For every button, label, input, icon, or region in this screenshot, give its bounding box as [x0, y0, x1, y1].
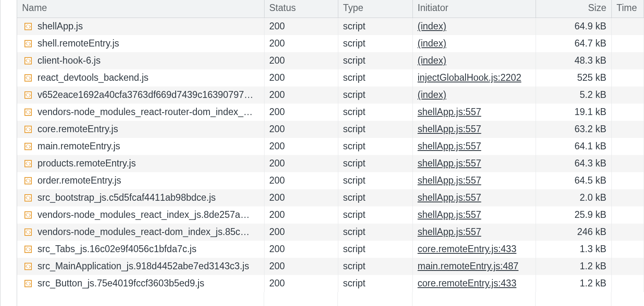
- cell-status: 200: [264, 189, 338, 206]
- column-header-status[interactable]: Status: [264, 0, 338, 18]
- table-row[interactable]: vendors-node_modules_react-router-dom_in…: [17, 104, 644, 121]
- column-header-type[interactable]: Type: [338, 0, 412, 18]
- cell-name[interactable]: core.remoteEntry.js: [17, 121, 264, 138]
- cell-time: [611, 258, 644, 275]
- cell-name[interactable]: src_Tabs_js.16c02e9f4056c1bfda7c.js: [17, 241, 264, 258]
- initiator-link[interactable]: (index): [418, 89, 446, 100]
- column-header-name[interactable]: Name: [17, 0, 264, 18]
- cell-time: [611, 35, 644, 52]
- cell-status: 200: [264, 86, 338, 104]
- table-row[interactable]: src_bootstrap_js.c5d5fcaf4411ab98bdce.js…: [17, 189, 644, 206]
- cell-name[interactable]: src_bootstrap_js.c5d5fcaf4411ab98bdce.js: [17, 189, 264, 206]
- cell-status: 200: [264, 155, 338, 172]
- script-file-icon: [24, 143, 32, 150]
- column-header-time[interactable]: Time: [611, 0, 644, 18]
- initiator-link[interactable]: shellApp.js:557: [418, 175, 481, 186]
- script-file-icon: [24, 109, 32, 116]
- initiator-link[interactable]: shellApp.js:557: [418, 124, 481, 134]
- initiator-link[interactable]: (index): [418, 55, 446, 66]
- cell-type: script: [338, 189, 412, 206]
- cell-time: [611, 18, 644, 35]
- script-file-icon: [24, 40, 32, 47]
- cell-type: script: [338, 86, 412, 104]
- cell-initiator: (index): [412, 52, 536, 69]
- initiator-link[interactable]: shellApp.js:557: [418, 158, 481, 169]
- cell-initiator: shellApp.js:557: [412, 155, 536, 172]
- table-row[interactable]: main.remoteEntry.js200scriptshellApp.js:…: [17, 138, 644, 155]
- cell-time: [611, 206, 644, 224]
- script-file-icon: [24, 126, 32, 133]
- cell-size: 1.3 kB: [536, 241, 611, 258]
- table-row[interactable]: shell.remoteEntry.js200script(index)64.7…: [17, 35, 644, 52]
- cell-time: [611, 138, 644, 155]
- file-name: vendors-node_modules_react-dom_index_js.…: [37, 226, 249, 237]
- table-row[interactable]: shellApp.js200script(index)64.9 kB: [17, 18, 644, 35]
- script-file-icon: [24, 91, 32, 99]
- table-row[interactable]: vendors-node_modules_react-dom_index_js.…: [17, 224, 644, 241]
- cell-size: 5.2 kB: [536, 86, 611, 104]
- cell-name[interactable]: products.remoteEntry.js: [17, 155, 264, 172]
- cell-type: script: [338, 35, 412, 52]
- table-row[interactable]: v652eace1692a40cfa3763df669d7439c1639079…: [17, 86, 644, 104]
- cell-time: [611, 121, 644, 138]
- initiator-link[interactable]: core.remoteEntry.js:433: [418, 278, 516, 288]
- initiator-link[interactable]: shellApp.js:557: [418, 192, 481, 203]
- initiator-link[interactable]: (index): [418, 38, 446, 49]
- cell-name[interactable]: shell.remoteEntry.js: [17, 35, 264, 52]
- column-header-initiator[interactable]: Initiator: [412, 0, 536, 18]
- initiator-link[interactable]: shellApp.js:557: [418, 209, 481, 220]
- cell-type: script: [338, 241, 412, 258]
- cell-initiator: core.remoteEntry.js:433: [412, 275, 536, 292]
- script-file-icon: [24, 74, 32, 82]
- cell-time: [611, 104, 644, 121]
- script-file-icon: [24, 23, 32, 30]
- initiator-link[interactable]: core.remoteEntry.js:433: [418, 244, 516, 254]
- cell-status: 200: [264, 35, 338, 52]
- cell-name[interactable]: main.remoteEntry.js: [17, 138, 264, 155]
- cell-status: 200: [264, 172, 338, 189]
- cell-initiator: shellApp.js:557: [412, 104, 536, 121]
- file-name: products.remoteEntry.js: [37, 158, 136, 169]
- file-name: src_MainApplication_js.918d4452abe7ed314…: [37, 261, 249, 272]
- table-row[interactable]: src_MainApplication_js.918d4452abe7ed314…: [17, 258, 644, 275]
- cell-name[interactable]: vendors-node_modules_react_index_js.8de2…: [17, 206, 264, 224]
- file-name: v652eace1692a40cfa3763df669d7439c1639079…: [37, 89, 253, 100]
- script-file-icon: [24, 194, 32, 202]
- file-name: src_Button_js.75e4019fccf3603b5ed9.js: [37, 278, 204, 289]
- cell-size: 25.9 kB: [536, 206, 611, 224]
- initiator-link[interactable]: shellApp.js:557: [418, 226, 481, 237]
- cell-size: 246 kB: [536, 224, 611, 241]
- table-row[interactable]: core.remoteEntry.js200scriptshellApp.js:…: [17, 121, 644, 138]
- initiator-link[interactable]: injectGlobalHook.js:2202: [418, 72, 521, 83]
- cell-name[interactable]: vendors-node_modules_react-dom_index_js.…: [17, 224, 264, 241]
- cell-status: 200: [264, 121, 338, 138]
- table-row[interactable]: client-hook-6.js200script(index)48.3 kB: [17, 52, 644, 69]
- cell-name[interactable]: shellApp.js: [17, 18, 264, 35]
- cell-name[interactable]: v652eace1692a40cfa3763df669d7439c1639079…: [17, 86, 264, 104]
- cell-name[interactable]: react_devtools_backend.js: [17, 69, 264, 86]
- cell-type: script: [338, 275, 412, 292]
- initiator-link[interactable]: shellApp.js:557: [418, 106, 481, 117]
- initiator-link[interactable]: main.remoteEntry.js:487: [418, 261, 519, 271]
- script-file-icon: [24, 228, 32, 236]
- cell-name[interactable]: vendors-node_modules_react-router-dom_in…: [17, 104, 264, 121]
- script-file-icon: [24, 263, 32, 270]
- cell-type: script: [338, 206, 412, 224]
- table-row[interactable]: order.remoteEntry.js200scriptshellApp.js…: [17, 172, 644, 189]
- table-row[interactable]: products.remoteEntry.js200scriptshellApp…: [17, 155, 644, 172]
- table-row[interactable]: vendors-node_modules_react_index_js.8de2…: [17, 206, 644, 224]
- cell-name[interactable]: src_MainApplication_js.918d4452abe7ed314…: [17, 258, 264, 275]
- table-row[interactable]: src_Button_js.75e4019fccf3603b5ed9.js200…: [17, 275, 644, 292]
- script-file-icon: [24, 280, 32, 287]
- cell-size: 48.3 kB: [536, 52, 611, 69]
- script-file-icon: [24, 177, 32, 184]
- table-row[interactable]: src_Tabs_js.16c02e9f4056c1bfda7c.js200sc…: [17, 241, 644, 258]
- initiator-link[interactable]: shellApp.js:557: [418, 141, 481, 151]
- initiator-link[interactable]: (index): [418, 21, 446, 31]
- cell-name[interactable]: order.remoteEntry.js: [17, 172, 264, 189]
- cell-time: [611, 241, 644, 258]
- cell-name[interactable]: client-hook-6.js: [17, 52, 264, 69]
- table-row[interactable]: react_devtools_backend.js200scriptinject…: [17, 69, 644, 86]
- cell-name[interactable]: src_Button_js.75e4019fccf3603b5ed9.js: [17, 275, 264, 292]
- column-header-size[interactable]: Size: [536, 0, 611, 18]
